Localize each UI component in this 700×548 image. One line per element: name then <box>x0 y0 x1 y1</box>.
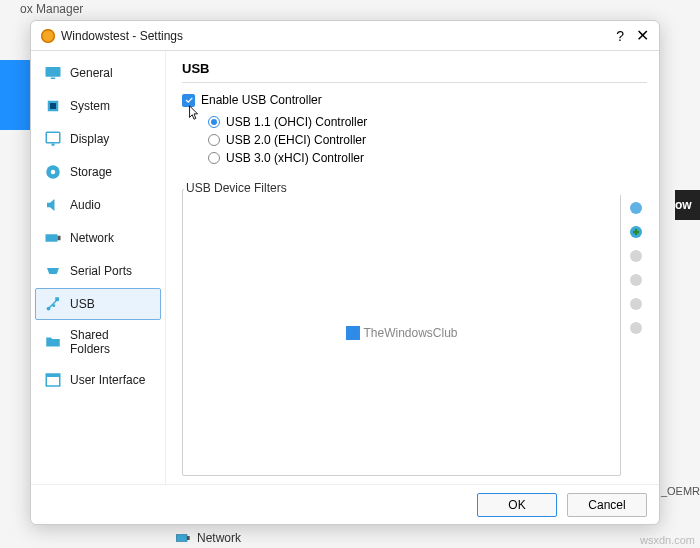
radio-label: USB 3.0 (xHCI) Controller <box>226 151 364 165</box>
add-filter-from-device-button[interactable] <box>627 223 645 241</box>
settings-dialog: Windowstest - Settings ? ✕ General Syste… <box>30 20 660 525</box>
svg-point-14 <box>52 304 55 307</box>
background-text-fragment: _OEMR <box>661 485 700 497</box>
storage-icon <box>44 163 62 181</box>
svg-point-9 <box>51 170 56 175</box>
filters-label: USB Device Filters <box>184 181 647 195</box>
monitor-icon <box>44 64 62 82</box>
radio-unselected-icon <box>208 134 220 146</box>
content-pane: USB Enable USB Controller USB 1.1 (OHCI)… <box>166 51 659 484</box>
cancel-button[interactable]: Cancel <box>567 493 647 517</box>
svg-point-19 <box>630 250 642 262</box>
svg-rect-2 <box>46 67 61 77</box>
nic-icon <box>44 229 62 247</box>
remove-filter-button <box>627 271 645 289</box>
svg-rect-3 <box>51 78 56 80</box>
radio-unselected-icon <box>208 152 220 164</box>
section-title: USB <box>182 61 647 83</box>
svg-point-20 <box>630 274 642 286</box>
move-filter-down-button <box>627 319 645 337</box>
usb-filter-list[interactable]: TheWindowsClub <box>182 189 621 476</box>
app-icon <box>41 29 55 43</box>
svg-rect-16 <box>46 374 60 377</box>
ok-button[interactable]: OK <box>477 493 557 517</box>
move-filter-up-button <box>627 295 645 313</box>
close-button[interactable]: ✕ <box>636 28 649 44</box>
help-button[interactable]: ? <box>616 28 624 44</box>
svg-point-22 <box>630 322 642 334</box>
chip-icon <box>44 97 62 115</box>
sidebar-item-label: System <box>70 99 110 113</box>
sidebar-item-label: Display <box>70 132 109 146</box>
svg-rect-11 <box>58 236 61 241</box>
add-empty-filter-button[interactable] <box>627 199 645 217</box>
sidebar-item-label: Serial Ports <box>70 264 132 278</box>
svg-rect-5 <box>50 103 56 109</box>
parent-window-title: ox Manager <box>20 2 83 16</box>
checkbox-label: Enable USB Controller <box>201 93 322 107</box>
sidebar-item-shared-folders[interactable]: Shared Folders <box>35 321 161 363</box>
title-bar: Windowstest - Settings ? ✕ <box>31 21 659 51</box>
svg-point-21 <box>630 298 642 310</box>
sidebar-item-system[interactable]: System <box>35 90 161 122</box>
watermark-text: TheWindowsClub <box>345 326 457 340</box>
radio-usb-3-0[interactable]: USB 3.0 (xHCI) Controller <box>208 151 647 165</box>
svg-rect-0 <box>176 535 187 542</box>
interface-icon <box>44 371 62 389</box>
sidebar-item-audio[interactable]: Audio <box>35 189 161 221</box>
sidebar-item-user-interface[interactable]: User Interface <box>35 364 161 396</box>
background-highlight <box>0 60 30 130</box>
background-preview-fragment: ow <box>675 190 700 220</box>
svg-rect-6 <box>46 132 60 143</box>
edit-filter-button <box>627 247 645 265</box>
sidebar-item-serial-ports[interactable]: Serial Ports <box>35 255 161 287</box>
audio-icon <box>44 196 62 214</box>
checkbox-checked-icon <box>182 94 195 107</box>
svg-rect-13 <box>55 297 59 301</box>
folder-icon <box>44 333 62 351</box>
usb-icon <box>44 295 62 313</box>
svg-point-17 <box>630 202 642 214</box>
sidebar-item-usb[interactable]: USB <box>35 288 161 320</box>
svg-rect-7 <box>52 144 55 146</box>
enable-usb-checkbox[interactable]: Enable USB Controller <box>182 93 647 107</box>
nic-icon <box>175 530 191 546</box>
background-network-row: Network <box>175 530 241 546</box>
display-icon <box>44 130 62 148</box>
svg-point-12 <box>47 307 51 311</box>
sidebar-item-network[interactable]: Network <box>35 222 161 254</box>
radio-usb-1-1[interactable]: USB 1.1 (OHCI) Controller <box>208 115 647 129</box>
radio-label: USB 1.1 (OHCI) Controller <box>226 115 367 129</box>
sidebar-item-label: Network <box>70 231 114 245</box>
sidebar-item-label: User Interface <box>70 373 145 387</box>
sidebar-item-storage[interactable]: Storage <box>35 156 161 188</box>
svg-rect-10 <box>46 234 58 242</box>
svg-rect-1 <box>187 536 190 540</box>
sidebar-item-label: General <box>70 66 113 80</box>
sidebar-item-display[interactable]: Display <box>35 123 161 155</box>
sidebar: General System Display Storage Audio Net… <box>31 51 166 484</box>
sidebar-item-label: USB <box>70 297 95 311</box>
dialog-footer: OK Cancel <box>31 484 659 524</box>
sidebar-item-label: Audio <box>70 198 101 212</box>
sidebar-item-label: Storage <box>70 165 112 179</box>
sidebar-item-general[interactable]: General <box>35 57 161 89</box>
window-title: Windowstest - Settings <box>61 29 616 43</box>
radio-usb-2-0[interactable]: USB 2.0 (EHCI) Controller <box>208 133 647 147</box>
radio-selected-icon <box>208 116 220 128</box>
radio-label: USB 2.0 (EHCI) Controller <box>226 133 366 147</box>
serial-port-icon <box>44 262 62 280</box>
sidebar-item-label: Shared Folders <box>70 328 152 356</box>
page-watermark: wsxdn.com <box>640 534 695 546</box>
